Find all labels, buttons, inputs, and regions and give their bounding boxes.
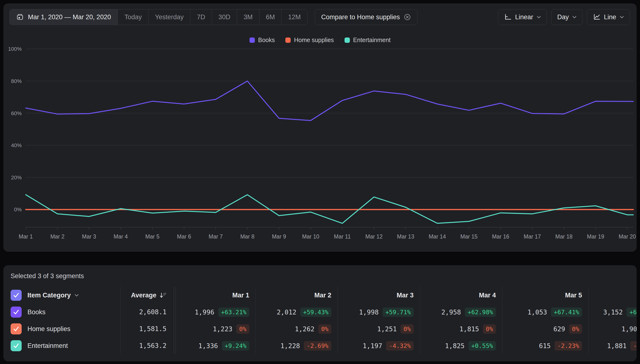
y-axis-label: 0% — [14, 206, 22, 212]
cell-value: 1,996 — [195, 308, 214, 316]
series-line-books — [26, 81, 633, 120]
home-supplies-row-checkbox[interactable] — [11, 323, 22, 334]
table-cell: 1,2230% — [158, 320, 249, 337]
cell-value: 3,152 — [603, 308, 623, 316]
day-column-header: Mar 2 — [259, 287, 331, 304]
table-cell: 1,996+63.21% — [158, 304, 249, 320]
cell-value: 615 — [539, 342, 551, 350]
day-column-header: Mar 4 — [424, 287, 496, 304]
table-cell: 615-2.23% — [491, 337, 582, 354]
cell-value: 2,012 — [277, 308, 296, 316]
cell-value: 1,053 — [527, 308, 547, 316]
cell-value: 1,336 — [198, 342, 218, 350]
table-cell: 1,2620% — [240, 320, 331, 337]
cell-value: 1,262 — [295, 325, 314, 333]
x-axis-label: Mar 20 — [618, 234, 636, 240]
x-axis-label: Mar 8 — [240, 234, 254, 240]
cell-value: 1,197 — [363, 342, 382, 350]
table-cell: 2,012+59.43% — [240, 304, 331, 320]
day-column-header: Mar 5 — [510, 287, 582, 304]
x-axis-label: Mar 9 — [272, 234, 286, 240]
chart-panel: Mar 1, 2020 — Mar 20, 2020 Today Yesterd… — [3, 3, 637, 252]
x-axis-label: Mar 14 — [429, 234, 446, 240]
table-cell: 1,8150% — [405, 320, 496, 337]
x-axis-label: Mar 2 — [50, 234, 65, 240]
x-axis-label: Mar 4 — [114, 234, 128, 240]
cell-value: 629 — [553, 325, 565, 333]
x-axis-label: Mar 5 — [145, 234, 160, 240]
sort-descending-icon — [159, 292, 166, 299]
x-axis-label: Mar 1 — [19, 234, 33, 240]
column-separator — [588, 287, 588, 354]
cell-value: 1,881 — [607, 342, 626, 350]
comparison-line-chart: 100%80%60%40%20%0%Mar 1Mar 2Mar 3Mar 4Ma… — [3, 3, 637, 252]
table-cell: 1,197-4.32% — [322, 337, 414, 354]
y-axis-label: 40% — [11, 142, 22, 148]
x-axis-label: Mar 6 — [177, 234, 191, 240]
x-axis-label: Mar 12 — [366, 234, 383, 240]
cell-value: 1,90 — [621, 325, 637, 333]
x-axis-label: Mar 18 — [555, 234, 573, 240]
table-cell-partial: 3,152+6 — [603, 304, 637, 320]
category-column-header[interactable]: Item Category — [28, 287, 79, 304]
table-cell: 1,2510% — [322, 320, 414, 337]
cell-value: 1,998 — [359, 308, 379, 316]
table-cell: 6290% — [491, 320, 582, 337]
x-axis-label: Mar 11 — [334, 234, 351, 240]
table-cell: 1,998+59.71% — [322, 304, 414, 320]
table-cell-partial: 1,881- — [607, 337, 637, 354]
home-supplies-average-value: 1,581.5 — [94, 320, 166, 337]
y-axis-label: 80% — [11, 78, 22, 84]
selected-count: Selected 3 of 3 segments — [11, 272, 84, 280]
day-column-header: Mar 1 — [177, 287, 249, 304]
y-axis-label: 100% — [8, 46, 22, 52]
select-all-checkbox[interactable] — [11, 290, 22, 301]
segments-table-panel: Selected 3 of 3 segments Item Category A… — [3, 265, 637, 361]
x-axis-label: Mar 17 — [524, 234, 541, 240]
books-average-value: 2,608.1 — [94, 304, 166, 320]
cell-value: 2,958 — [441, 308, 461, 316]
dashboard-page: { "toolbar": { "date_range": "Mar 1, 202… — [0, 0, 640, 364]
x-axis-label: Mar 15 — [460, 234, 478, 240]
x-axis-label: Mar 19 — [587, 234, 604, 240]
y-axis-label: 60% — [11, 110, 22, 116]
cell-value: 1,223 — [213, 325, 232, 333]
cell-value: 1,251 — [377, 325, 397, 333]
table-cell: 1,336+9.24% — [158, 337, 249, 354]
cell-value: 1,228 — [280, 342, 300, 350]
table-cell: 2,958+62.98% — [405, 304, 496, 320]
x-axis-label: Mar 16 — [492, 234, 509, 240]
table-cell-partial: 1,90 — [621, 320, 637, 337]
x-axis-label: Mar 10 — [302, 234, 319, 240]
cell-value: 1,815 — [460, 325, 479, 333]
row-label-home-supplies: Home supplies — [28, 320, 71, 337]
delta-badge: +67.41% — [551, 308, 582, 317]
delta-badge: +6 — [626, 308, 637, 317]
x-axis-label: Mar 3 — [82, 234, 96, 240]
day-column-header: Mar 3 — [342, 287, 414, 304]
entertainment-row-checkbox[interactable] — [11, 340, 22, 351]
delta-badge: - — [630, 341, 637, 350]
entertainment-average-value: 1,563.2 — [94, 337, 166, 354]
table-cell: 1,825+0.55% — [405, 337, 496, 354]
row-label-entertainment: Entertainment — [28, 337, 68, 354]
delta-badge: 0% — [569, 324, 582, 334]
y-axis-label: 20% — [11, 174, 22, 180]
x-axis-label: Mar 7 — [209, 234, 223, 240]
chevron-down-icon — [75, 294, 79, 297]
cell-value: 1,825 — [445, 342, 464, 350]
row-label-books: Books — [28, 304, 46, 320]
table-cell: 1,228-2.69% — [240, 337, 331, 354]
books-row-checkbox[interactable] — [11, 306, 22, 318]
table-cell: 1,053+67.41% — [491, 304, 582, 320]
delta-badge: -2.23% — [555, 341, 582, 350]
x-axis-label: Mar 13 — [397, 234, 414, 240]
average-column-header[interactable]: Average — [94, 287, 166, 304]
